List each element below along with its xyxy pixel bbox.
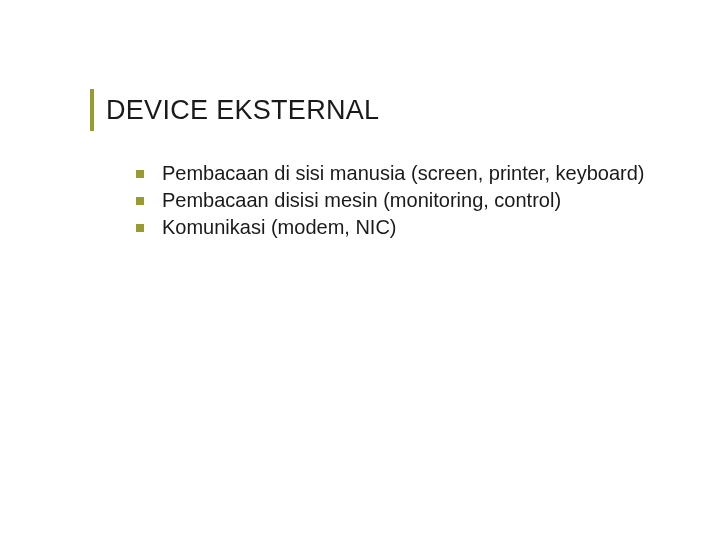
slide-body: Pembacaan di sisi manusia (screen, print…: [98, 160, 660, 241]
slide-title: DEVICE EKSTERNAL: [106, 95, 660, 126]
list-item-text: Pembacaan di sisi manusia (screen, print…: [162, 162, 644, 184]
list-item: Komunikasi (modem, NIC): [132, 214, 660, 241]
title-wrap: DEVICE EKSTERNAL: [98, 95, 660, 126]
bullet-list: Pembacaan di sisi manusia (screen, print…: [132, 160, 660, 241]
slide: DEVICE EKSTERNAL Pembacaan di sisi manus…: [0, 0, 720, 540]
list-item: Pembacaan disisi mesin (monitoring, cont…: [132, 187, 660, 214]
list-item-text: Komunikasi (modem, NIC): [162, 216, 397, 238]
list-item-text: Pembacaan disisi mesin (monitoring, cont…: [162, 189, 561, 211]
list-item: Pembacaan di sisi manusia (screen, print…: [132, 160, 660, 187]
